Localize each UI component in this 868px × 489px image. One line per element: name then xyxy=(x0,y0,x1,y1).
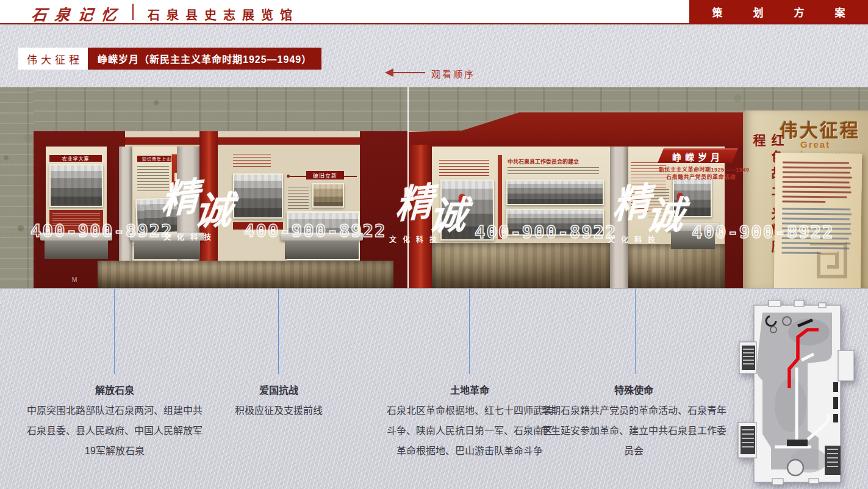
embossed-logo xyxy=(805,237,850,283)
timeline-item-4: 特殊使命 早期石泉籍共产党员的革命活动、石泉青年学生延安参加革命、建立中共石泉县… xyxy=(540,380,727,461)
tab-great-journey-label: 伟大征程 xyxy=(27,51,83,67)
timeline-connector-4 xyxy=(635,289,636,374)
bay3-photo xyxy=(233,173,283,219)
end-panel-title: 伟大征程 xyxy=(780,115,860,142)
watermark-brand-sub-1: 文化科技 xyxy=(163,231,217,242)
watermark-brand-1: 精诚 xyxy=(160,173,237,220)
timeline-item-text: 中原突围北路部队过石泉两河、组建中共石泉县委、县人民政府、中国人民解放军19军解… xyxy=(23,400,206,461)
timeline-item-text: 积极应征及支援前线 xyxy=(199,400,359,421)
timeline-connector-2 xyxy=(278,289,279,374)
header: 石泉记忆 石泉县史志展览馆 策划方案 xyxy=(0,0,868,24)
exhibition-panorama-image: 农业学大寨 知识青年上山下乡 破旧立新 xyxy=(0,87,868,289)
plan-button-label: 策划方案 xyxy=(712,4,868,20)
watermark-brand-3: 精诚 xyxy=(612,178,689,225)
bay4-title-plaque: 破旧立新 xyxy=(306,171,344,179)
watermark-phone-2: 400-900-8922 xyxy=(244,220,387,241)
bay5-red-text xyxy=(439,160,489,176)
tab-great-journey[interactable]: 伟大征程 xyxy=(18,48,88,70)
timeline-item-title: 解放石泉 xyxy=(23,380,206,400)
bay4-sepia-photo xyxy=(312,183,344,208)
view-order-arrow-line xyxy=(393,72,425,73)
bay1-photo xyxy=(49,164,103,207)
timeline-item-2: 爱国抗战 积极应征及支援前线 xyxy=(199,380,359,421)
watermark-brand-sub-2: 文化科技 xyxy=(389,234,443,244)
stone-wall-left xyxy=(0,87,34,289)
timeline-item-title: 特殊使命 xyxy=(540,380,727,400)
watermark-brand-sub-3: 文化科技 xyxy=(608,234,661,244)
sepia-mural-right xyxy=(628,244,725,289)
timeline-item-1: 解放石泉 中原突围北路部队过石泉两河、组建中共石泉县委、县人民政府、中国人民解放… xyxy=(23,380,206,461)
floorplan-circle-room xyxy=(787,460,803,476)
timeline-item-text: 早期石泉籍共产党员的革命活动、石泉青年学生延安参加革命、建立中共石泉县工作委员会 xyxy=(540,400,727,461)
bay5-text xyxy=(508,167,599,176)
section-bar: 伟大征程 峥嵘岁月（新民主主义革命时期1925—1949） xyxy=(18,48,321,70)
floorplan-map xyxy=(736,295,858,488)
view-order-label: 观看顺序 xyxy=(431,67,475,80)
bay1-title-plaque: 农业学大寨 xyxy=(49,155,102,162)
era-sign: 峥嵘岁月 xyxy=(658,148,738,163)
timeline-item-text: 石泉北区革命根据地、红七十四师武装斗争、陕南人民抗日第一军、石泉南区革命根据地、… xyxy=(387,400,553,461)
plan-button[interactable]: 策划方案 xyxy=(689,0,868,23)
bay3-red-text xyxy=(233,154,271,167)
timeline-connector-3 xyxy=(469,289,470,374)
view-order-arrow-icon xyxy=(385,68,393,77)
sepia-mural-middle xyxy=(432,243,610,289)
timeline-item-title: 土地革命 xyxy=(387,380,553,400)
bay5-title: 中共石泉县工作委员会的建立 xyxy=(508,158,608,165)
timeline-connector-1 xyxy=(114,289,115,374)
end-panel: 红色故土 光辉历程 伟大征程 Great journey xyxy=(743,110,868,289)
site-title: 石泉县史志展览馆 xyxy=(148,5,299,23)
site-logo[interactable]: 石泉记忆 xyxy=(30,2,126,24)
watermark-phone-3: 400-900-8922 xyxy=(475,222,617,242)
watermark-brand-2: 精诚 xyxy=(395,178,472,225)
timeline-item-3: 土地革命 石泉北区革命根据地、红七十四师武装斗争、陕南人民抗日第一军、石泉南区革… xyxy=(387,380,553,461)
watermark-phone-1: 400-900-8922 xyxy=(30,220,173,241)
timeline-item-title: 爱国抗战 xyxy=(199,380,359,400)
watermark-phone-4: 400-900-8922 xyxy=(692,222,834,242)
sepia-mural-left xyxy=(98,261,393,289)
watermark-m: M xyxy=(72,277,77,283)
bay4-text-card xyxy=(288,187,309,210)
section-title: 峥嵘岁月（新民主主义革命时期1925—1949） xyxy=(88,48,321,70)
header-divider xyxy=(132,4,134,20)
bay5-photo-a xyxy=(506,179,604,205)
